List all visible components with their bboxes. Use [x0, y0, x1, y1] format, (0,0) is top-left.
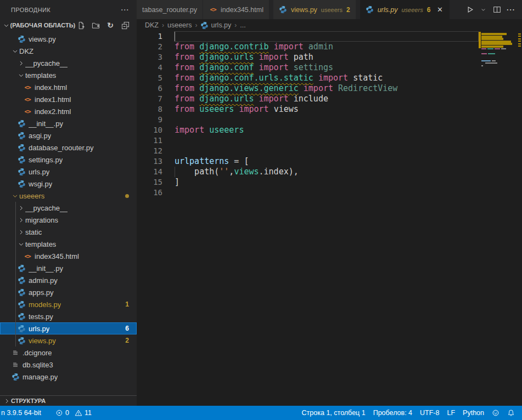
warnings-icon: [75, 409, 82, 417]
minimap-mark: [518, 36, 521, 37]
code-line-7: 7from django.urls import include: [137, 94, 522, 104]
tree-file-wsgi.py[interactable]: wsgi.py: [0, 178, 137, 190]
minimap[interactable]: [479, 31, 522, 406]
tree-folder-dkz[interactable]: DKZ: [0, 45, 137, 57]
run-dropdown[interactable]: [478, 5, 488, 15]
new-folder-button[interactable]: [91, 20, 100, 30]
code-line-5: 5from django.conf.urls.static import sta…: [137, 73, 522, 83]
problems-status[interactable]: 011: [52, 406, 96, 420]
tree-item-label: wsgi.py: [29, 180, 52, 188]
tab-index345.html[interactable]: <>index345.html: [203, 0, 270, 19]
code-editor[interactable]: 12from django.contrib import admin3from …: [137, 31, 522, 406]
python-icon: [17, 324, 26, 333]
tree-file-views.py[interactable]: views.py2: [0, 334, 137, 347]
line-number: 8: [137, 104, 162, 115]
tab-tabase_roouter.py[interactable]: tabase_roouter.py: [137, 0, 203, 19]
explorer-more-actions-icon[interactable]: ⋯: [121, 5, 129, 15]
tree-item-label: index.html: [35, 83, 67, 92]
feedback-button[interactable]: [488, 406, 503, 420]
breadcrumb-label: useeers: [167, 21, 192, 29]
tree-file-admin.py[interactable]: admin.py: [0, 274, 137, 286]
tab-label: tabase_roouter.py: [142, 6, 197, 14]
python-icon: [17, 155, 26, 164]
editor-group: tabase_roouter.py<>index345.html views.p…: [137, 0, 522, 406]
python-icon: [17, 179, 26, 188]
tree-file-index.html[interactable]: <>index.html: [0, 81, 137, 93]
tree-folder-static[interactable]: static: [0, 226, 137, 238]
tree-file-models.py[interactable]: models.py1: [0, 298, 137, 310]
code-line-6: 6from django.views.generic import Redire…: [137, 83, 522, 94]
tab-urls.py[interactable]: urls.pyuseeers6✕: [360, 0, 451, 19]
problems-count-badge: 1: [125, 300, 129, 308]
encoding-status[interactable]: UTF-8: [416, 406, 443, 420]
refresh-button[interactable]: ↻: [105, 20, 115, 30]
tree-folder-templates[interactable]: templates: [0, 238, 137, 250]
line-number: 4: [137, 63, 162, 73]
line-number: 16: [137, 188, 162, 198]
more-actions-button[interactable]: ⋯: [506, 5, 515, 15]
line-number: 1: [137, 31, 162, 42]
html-icon: <>: [209, 5, 217, 14]
breadcrumb: DKZ›useeers› urls.py›...: [137, 19, 522, 31]
language-mode-label: Python: [463, 409, 484, 417]
bell-button[interactable]: [503, 406, 519, 420]
chevron-down-icon: [11, 47, 19, 55]
tree-folder-templates[interactable]: templates: [0, 69, 137, 81]
tree-file-db.sqlite3[interactable]: db.sqlite3: [0, 359, 137, 371]
tree-file-urls.py[interactable]: urls.py6: [0, 322, 137, 334]
cursor-position-status[interactable]: Строка 1, столбец 1: [298, 406, 369, 420]
tree-item-label: settings.py: [29, 156, 63, 164]
breadcrumb-segment[interactable]: urls.py: [200, 21, 231, 30]
breadcrumb-segment[interactable]: ...: [240, 21, 245, 29]
tree-file-__init__.py[interactable]: __init__.py: [0, 117, 137, 129]
editor-actions: ⋯: [458, 0, 522, 19]
breadcrumb-segment[interactable]: DKZ: [145, 21, 159, 29]
code-line-11: 11: [137, 135, 522, 146]
line-number: 14: [137, 167, 162, 177]
eol-label: LF: [447, 409, 455, 417]
run-button[interactable]: [464, 5, 474, 15]
tree-item-label: urls.py: [29, 168, 49, 176]
status-bar: n 3.9.5 64-bit 011 Строка 1, столбец 1Пр…: [0, 406, 522, 420]
close-tab-icon[interactable]: ✕: [435, 5, 444, 14]
tree-file-.dcignore[interactable]: .dcignore: [0, 347, 137, 359]
tree-folder-useeers[interactable]: useeers: [0, 190, 137, 202]
tab-label: index345.html: [221, 6, 263, 14]
tree-folder-__pycache__[interactable]: __pycache__: [0, 202, 137, 214]
tree-item-label: models.py: [29, 300, 61, 309]
tree-file-index345.html[interactable]: <>index345.html: [0, 250, 137, 262]
tab-views.py[interactable]: views.pyuseeers2: [273, 0, 356, 19]
split-editor-button[interactable]: [492, 5, 502, 15]
tree-file-database_roouter.py[interactable]: database_roouter.py: [0, 141, 137, 154]
outline-section-header[interactable]: СТРУКТУРА: [0, 395, 137, 406]
tab-problems-badge: 6: [427, 6, 431, 14]
code-line-8: 8from useeers import views: [137, 104, 522, 115]
tab-problems-badge: 2: [346, 6, 350, 14]
tree-file-views.py[interactable]: views.py: [0, 33, 137, 45]
minimap-mark: [481, 65, 483, 66]
tree-file-apps.py[interactable]: apps.py: [0, 286, 137, 298]
code-text: urlpatterns = [: [175, 156, 249, 167]
tree-file-settings.py[interactable]: settings.py: [0, 154, 137, 166]
eol-status[interactable]: LF: [443, 406, 459, 420]
tree-file-index2.html[interactable]: <>index2.html: [0, 105, 137, 117]
breadcrumb-segment[interactable]: useeers: [167, 21, 192, 29]
indentation-status[interactable]: Пробелов: 4: [369, 406, 416, 420]
tree-folder-__pycache__[interactable]: __pycache__: [0, 57, 137, 69]
language-mode-status[interactable]: Python: [459, 406, 488, 420]
tree-folder-migrations[interactable]: migrations: [0, 214, 137, 226]
python-icon: [279, 5, 288, 14]
line-number: 12: [137, 146, 162, 156]
collapse-all-button[interactable]: [120, 20, 130, 30]
minimap-mark: [481, 43, 512, 45]
tree-file-tests.py[interactable]: tests.py: [0, 310, 137, 322]
workspace-label: (РАБОЧАЯ ОБЛАСТЬ) ...: [10, 22, 76, 29]
tree-file-__init__.py[interactable]: __init__.py: [0, 262, 137, 274]
workspace-section-header[interactable]: (РАБОЧАЯ ОБЛАСТЬ) ... ↻: [0, 19, 137, 31]
tree-file-asgi.py[interactable]: asgi.py: [0, 129, 137, 141]
new-file-button[interactable]: [76, 20, 86, 30]
tree-file-manage.py[interactable]: manage.py: [0, 371, 137, 383]
tree-file-index1.html[interactable]: <>index1.html: [0, 93, 137, 105]
tree-file-urls.py[interactable]: urls.py: [0, 166, 137, 178]
python-interpreter-status[interactable]: n 3.9.5 64-bit: [0, 406, 45, 420]
